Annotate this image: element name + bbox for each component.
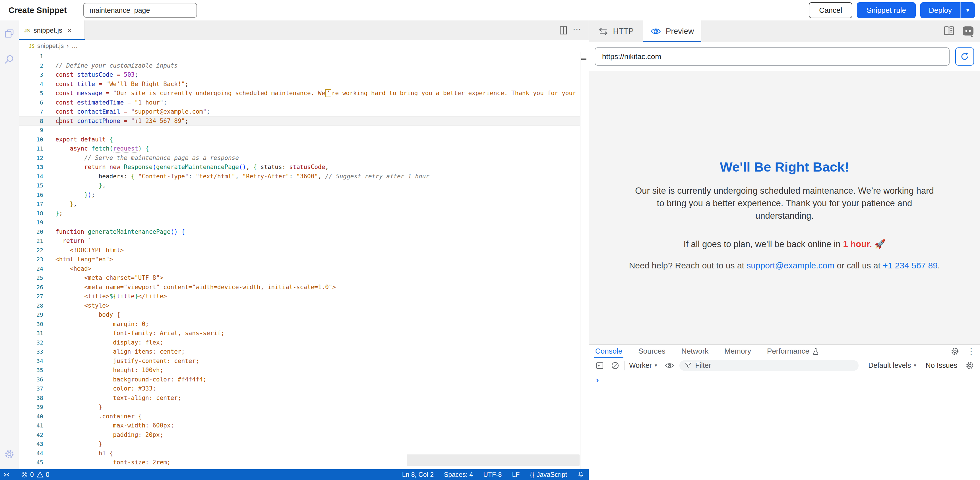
problems-errors[interactable]: 0: [21, 471, 34, 478]
live-expression-eye-icon[interactable]: [665, 361, 674, 369]
discord-icon[interactable]: [962, 25, 974, 37]
console-settings-gear-icon[interactable]: [965, 361, 974, 370]
language-mode[interactable]: {} JavaScript: [530, 471, 567, 478]
code-line[interactable]: 17 },: [19, 200, 580, 209]
code-line[interactable]: 6const estimatedTime = "1 hour";: [19, 98, 580, 107]
tab-http[interactable]: HTTP: [589, 21, 643, 42]
cursor-position[interactable]: Ln 8, Col 2: [402, 471, 434, 478]
devtools-tab-performance[interactable]: Performance: [767, 345, 819, 358]
code-line[interactable]: 9: [19, 125, 580, 135]
tab-close-icon[interactable]: ×: [67, 26, 72, 35]
breadcrumb-file[interactable]: snippet.js: [37, 42, 64, 50]
devtools-kebab-menu-icon[interactable]: ⋮: [967, 347, 975, 356]
cancel-button[interactable]: Cancel: [809, 2, 852, 18]
snippet-rule-button[interactable]: Snippet rule: [857, 2, 916, 18]
line-number: 28: [19, 301, 43, 310]
phone-link[interactable]: +1 234 567 89: [883, 261, 938, 270]
code-editor[interactable]: 12// Define your customizable inputs3con…: [19, 52, 580, 469]
console-output[interactable]: ›: [589, 373, 980, 480]
code-line[interactable]: 26 <meta name="viewport" content="width=…: [19, 283, 580, 292]
code-line[interactable]: 43 }: [19, 439, 580, 449]
issues-counter[interactable]: No Issues: [926, 361, 957, 369]
preview-url-input[interactable]: [595, 48, 950, 66]
code-line[interactable]: 4const title = "We'll Be Right Back!";: [19, 79, 580, 89]
code-line[interactable]: 30 margin: 0;: [19, 320, 580, 329]
code-line[interactable]: 39 }: [19, 402, 580, 412]
code-line[interactable]: 33 align-items: center;: [19, 347, 580, 356]
code-line[interactable]: 15 },: [19, 181, 580, 190]
code-line[interactable]: 38 text-align: center;: [19, 393, 580, 403]
code-line[interactable]: 46 color: #0056b3;: [19, 467, 580, 469]
indentation[interactable]: Spaces: 4: [444, 471, 473, 478]
code-line[interactable]: 35 height: 100vh;: [19, 366, 580, 375]
devtools-tab-network[interactable]: Network: [681, 345, 708, 358]
execution-context-selector[interactable]: Worker ▾: [629, 361, 657, 369]
code-line[interactable]: 2// Define your customizable inputs: [19, 61, 580, 70]
code-line[interactable]: 13 return new Response(generateMaintenan…: [19, 162, 580, 172]
email-link[interactable]: support@example.com: [746, 261, 834, 270]
scrollbar-thumb[interactable]: [581, 59, 586, 60]
tab-preview[interactable]: Preview: [643, 21, 701, 42]
code-line[interactable]: 8const contactPhone = "+1 234 567 89";: [19, 116, 580, 126]
page-title: Create Snippet: [8, 6, 67, 15]
code-line[interactable]: 21 return `: [19, 236, 580, 246]
code-line[interactable]: 25 <meta charset="UTF-8">: [19, 273, 580, 283]
code-line[interactable]: 36 background-color: #f4f4f4;: [19, 375, 580, 384]
code-line[interactable]: 32 display: flex;: [19, 338, 580, 347]
code-line[interactable]: 22 <!DOCTYPE html>: [19, 246, 580, 255]
code-line[interactable]: 20function generateMaintenancePage() {: [19, 227, 580, 237]
breadcrumb-more[interactable]: …: [72, 42, 78, 50]
eol-sequence[interactable]: LF: [512, 471, 520, 478]
code-line[interactable]: 27 <title>${title}</title>: [19, 292, 580, 301]
line-number: 10: [19, 135, 43, 144]
split-editor-icon[interactable]: [559, 25, 568, 35]
code-line[interactable]: 3const statusCode = 503;: [19, 70, 580, 79]
code-line[interactable]: 28 <style>: [19, 301, 580, 310]
code-line[interactable]: 14 headers: { "Content-Type": "text/html…: [19, 172, 580, 181]
code-line[interactable]: 5const message = "Our site is currently …: [19, 89, 580, 98]
code-line[interactable]: 23<html lang="en">: [19, 255, 580, 264]
horizontal-scrollbar[interactable]: [407, 455, 579, 466]
code-line[interactable]: 42 padding: 20px;: [19, 430, 580, 440]
encoding[interactable]: UTF-8: [483, 471, 502, 478]
devtools-tab-sources[interactable]: Sources: [638, 345, 665, 358]
devtools-tab-console[interactable]: Console: [595, 345, 622, 358]
code-line[interactable]: 29 body {: [19, 310, 580, 320]
files-icon[interactable]: [4, 29, 15, 39]
tab-snippet-js[interactable]: JS snippet.js ×: [19, 21, 85, 40]
docs-book-icon[interactable]: [943, 25, 955, 37]
code-line[interactable]: 1: [19, 52, 580, 61]
refresh-button[interactable]: [955, 48, 974, 66]
console-prompt[interactable]: ›: [596, 375, 599, 385]
log-levels-dropdown[interactable]: Default levels ▾: [868, 361, 916, 369]
deploy-dropdown-caret[interactable]: ▾: [960, 2, 975, 18]
overview-ruler[interactable]: [580, 52, 587, 469]
code-line[interactable]: 12 // Serve the maintenance page as a re…: [19, 154, 580, 163]
code-line[interactable]: 7const contactEmail = "support@example.c…: [19, 107, 580, 116]
code-line[interactable]: 18};: [19, 209, 580, 218]
code-line[interactable]: 41 max-width: 600px;: [19, 421, 580, 430]
deploy-button[interactable]: Deploy ▾: [920, 2, 975, 18]
code-line[interactable]: 40 .container {: [19, 412, 580, 421]
gear-icon[interactable]: [4, 449, 15, 459]
code-line[interactable]: 31 font-family: Arial, sans-serif;: [19, 329, 580, 338]
code-line[interactable]: 16 });: [19, 190, 580, 200]
remote-indicator-icon[interactable]: [3, 471, 10, 478]
more-actions-icon[interactable]: ⋯: [573, 24, 581, 34]
notifications-bell-icon[interactable]: [577, 471, 584, 478]
code-line[interactable]: 19: [19, 218, 580, 227]
devtools-tab-memory[interactable]: Memory: [724, 345, 751, 358]
snippet-name-input[interactable]: [83, 3, 197, 17]
search-icon[interactable]: [4, 54, 15, 65]
console-filter-input[interactable]: Filter: [679, 360, 859, 371]
code-line[interactable]: 34 justify-content: center;: [19, 356, 580, 366]
devtools-settings-gear-icon[interactable]: [950, 347, 959, 356]
code-line[interactable]: 24 <head>: [19, 264, 580, 274]
clear-console-icon[interactable]: [611, 361, 620, 370]
code-line[interactable]: 37 color: #333;: [19, 384, 580, 393]
code-line[interactable]: 10export default {: [19, 135, 580, 144]
code-line[interactable]: 11 async fetch(request) {: [19, 144, 580, 154]
maintenance-eta: If all goes to plan, we'll be back onlin…: [628, 238, 941, 250]
console-sidebar-toggle-icon[interactable]: [595, 361, 605, 370]
problems-warnings[interactable]: 0: [37, 471, 49, 478]
